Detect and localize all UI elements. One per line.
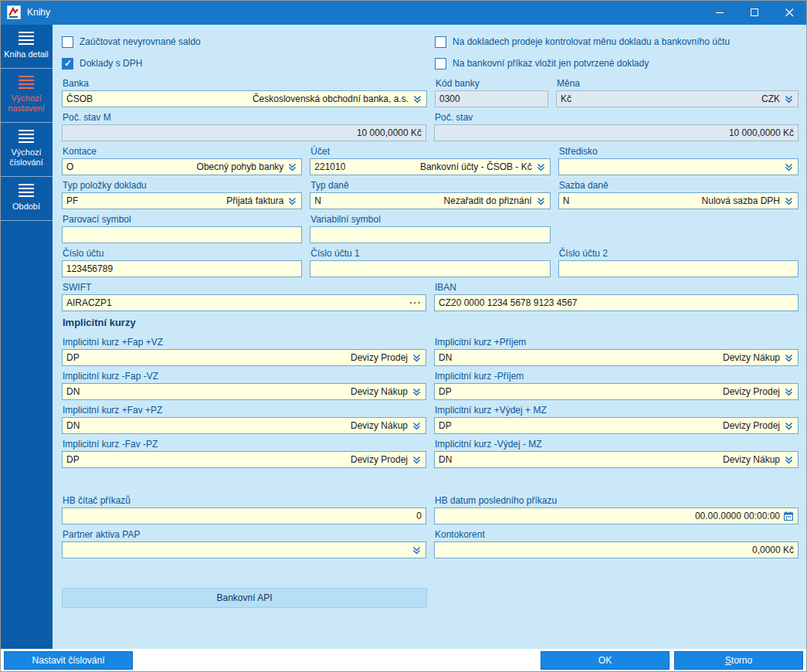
swift-label: SWIFT: [63, 282, 426, 293]
kurz-minus-fav-pz-name: Devizy Prodej: [344, 454, 412, 465]
saldo-checkbox[interactable]: [62, 36, 73, 48]
kurz-minus-prijem-code: DP: [439, 386, 452, 397]
dropdown-icon[interactable]: [784, 421, 794, 431]
dph-checkbox[interactable]: [62, 58, 73, 70]
nastavit-cislovani-button[interactable]: Nastavit číslování: [4, 651, 133, 670]
dropdown-icon[interactable]: [412, 421, 422, 431]
calendar-icon[interactable]: [783, 511, 794, 521]
cislo-uctu-1-input[interactable]: [310, 260, 550, 277]
kontokorent-value: 0,0000 Kč: [752, 545, 794, 555]
iban-input[interactable]: CZ20 0000 1234 5678 9123 4567: [434, 294, 799, 311]
sidebar-item-vychozi-nastaveni[interactable]: Výchozí nastavení: [0, 69, 53, 123]
dropdown-icon[interactable]: [287, 196, 297, 206]
field-kurz-plus-fap-vz: Implicitní kurz +Fap +VZ DP Devizy Prode…: [62, 337, 426, 366]
stredisko-combobox[interactable]: [558, 158, 799, 175]
dropdown-icon[interactable]: [784, 387, 794, 397]
kontace-label: Kontace: [63, 146, 302, 157]
field-variabilni-symbol: Variabilní symbol: [310, 214, 550, 243]
variabilni-symbol-label: Variabilní symbol: [310, 214, 550, 225]
partner-pap-combobox[interactable]: [62, 541, 426, 558]
cislo-uctu-1-label: Číslo účtu 1: [310, 248, 550, 259]
hb-datum-label: HB datum posledního příkazu: [435, 495, 799, 506]
cislo-uctu-2-input[interactable]: [558, 260, 799, 277]
kurz-plus-fav-pz-combobox[interactable]: DN Devizy Nákup: [62, 417, 426, 434]
dropdown-icon[interactable]: [784, 353, 794, 363]
dropdown-icon[interactable]: [412, 353, 422, 363]
kontrola-meny-checkbox[interactable]: [435, 36, 446, 48]
maximize-button[interactable]: [737, 0, 772, 25]
banka-combobox[interactable]: ČSOB Československá obchodní banka, a.s.: [62, 90, 427, 107]
dropdown-icon[interactable]: [412, 455, 422, 465]
minimize-button[interactable]: [703, 0, 737, 25]
dropdown-icon[interactable]: [536, 162, 546, 172]
sidebar-item-kniha-detail[interactable]: Kniha detail: [0, 25, 53, 69]
list-icon: [19, 76, 34, 89]
dropdown-icon[interactable]: [784, 196, 794, 206]
kurz-minus-prijem-label: Implicitní kurz -Příjem: [435, 371, 799, 382]
field-iban: IBAN CZ20 0000 1234 5678 9123 4567: [434, 282, 799, 311]
field-parovaci-symbol: Parovací symbol: [62, 214, 302, 243]
typ-polozky-label: Typ položky dokladu: [63, 180, 302, 191]
kurz-minus-fav-pz-combobox[interactable]: DP Devizy Prodej: [62, 451, 426, 468]
typ-polozky-combobox[interactable]: PF Přijatá faktura: [62, 192, 302, 209]
mena-label: Měna: [557, 78, 799, 89]
sazba-dane-combobox[interactable]: N Nulová sazba DPH: [558, 192, 799, 209]
dropdown-icon: [784, 94, 794, 104]
field-sazba-dane: Sazba daně N Nulová sazba DPH: [558, 180, 799, 209]
dropdown-icon[interactable]: [784, 162, 794, 172]
kurz-plus-fav-pz-code: DN: [66, 420, 80, 431]
cislo-uctu-2-label: Číslo účtu 2: [559, 248, 799, 259]
stredisko-label: Středisko: [559, 146, 799, 157]
field-kontace: Kontace O Obecný pohyb banky: [62, 146, 302, 175]
potvrzene-checkbox[interactable]: [435, 58, 446, 70]
kurz-plus-vydej-mz-combobox[interactable]: DP Devizy Prodej: [434, 417, 799, 434]
dropdown-icon[interactable]: [536, 196, 546, 206]
dropdown-icon[interactable]: [287, 162, 297, 172]
kurz-minus-fap-vz-code: DN: [66, 386, 80, 397]
sidebar-item-vychozi-cislovani[interactable]: Výchozí číslování: [0, 123, 53, 177]
swift-input[interactable]: AIRACZP1 ···: [62, 294, 426, 311]
kurz-minus-fap-vz-combobox[interactable]: DN Devizy Nákup: [62, 383, 426, 400]
hb-citac-label: HB čítač příkazů: [63, 495, 426, 506]
kurz-minus-vydej-mz-combobox[interactable]: DN Devizy Nákup: [434, 451, 799, 468]
kurz-plus-fap-vz-combobox[interactable]: DP Devizy Prodej: [62, 349, 426, 366]
ellipsis-button[interactable]: ···: [409, 299, 422, 307]
storno-button[interactable]: Storno: [674, 651, 803, 670]
dropdown-icon[interactable]: [412, 545, 422, 555]
mena-combobox: Kč CZK: [556, 90, 799, 107]
kurz-plus-prijem-combobox[interactable]: DN Devizy Nákup: [434, 349, 799, 366]
kontrola-meny-checkbox-label: Na dokladech prodeje kontrolovat měnu do…: [453, 36, 730, 47]
parovaci-symbol-input[interactable]: [62, 226, 302, 243]
sazba-dane-label: Sazba daně: [559, 180, 799, 191]
kontace-combobox[interactable]: O Obecný pohyb banky: [62, 158, 302, 175]
variabilni-symbol-input[interactable]: [310, 226, 550, 243]
kontace-name: Obecný pohyb banky: [191, 161, 288, 172]
kod-banky-label: Kód banky: [436, 78, 548, 89]
ucet-combobox[interactable]: 221010 Bankovní účty - ČSOB - Kč: [310, 158, 550, 175]
field-poc-stav-m: Poč. stav M 10 000,0000 Kč: [62, 112, 426, 141]
cislo-uctu-input[interactable]: 123456789: [62, 260, 302, 277]
kontokorent-input[interactable]: 0,0000 Kč: [434, 541, 799, 558]
typ-polozky-code: PF: [66, 195, 78, 206]
kurz-minus-prijem-combobox[interactable]: DP Devizy Prodej: [434, 383, 799, 400]
dropdown-icon[interactable]: [412, 387, 422, 397]
ok-button[interactable]: OK: [541, 651, 670, 670]
kurz-plus-fav-pz-label: Implicitní kurz +Fav +PZ: [63, 405, 426, 416]
sidebar-item-obdobi[interactable]: Období: [0, 177, 53, 221]
hb-citac-input[interactable]: 0: [62, 507, 426, 524]
kurz-minus-prijem-name: Devizy Prodej: [717, 386, 784, 397]
bankovni-api-button[interactable]: Bankovní API: [62, 588, 427, 608]
titlebar: Knihy: [0, 0, 807, 25]
list-icon: [19, 32, 34, 45]
window-controls: [703, 0, 807, 25]
hb-datum-input[interactable]: 00.00.0000 00:00:00: [434, 507, 799, 524]
main-form: Zaúčtovat nevyrovnané saldo Doklady s DP…: [53, 25, 807, 649]
typ-dane-combobox[interactable]: N Nezařadit do přiznání: [310, 192, 550, 209]
close-button[interactable]: [772, 0, 807, 25]
kurz-plus-prijem-label: Implicitní kurz +Příjem: [435, 337, 799, 348]
dropdown-icon[interactable]: [412, 94, 422, 104]
field-stredisko: Středisko: [558, 146, 799, 175]
kurz-plus-vydej-mz-name: Devizy Prodej: [717, 420, 784, 431]
dropdown-icon[interactable]: [784, 455, 794, 465]
field-kontokorent: Kontokorent 0,0000 Kč: [434, 529, 799, 558]
